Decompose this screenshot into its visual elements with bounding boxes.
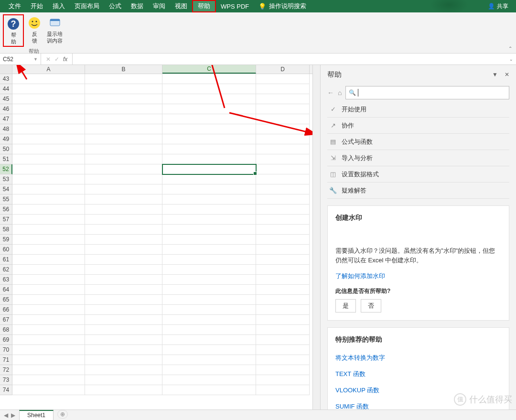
- row-header-67[interactable]: 67: [0, 315, 12, 325]
- cell-B62[interactable]: [85, 265, 162, 275]
- cell-B59[interactable]: [85, 235, 162, 245]
- row-header-61[interactable]: 61: [0, 255, 12, 265]
- cell-C61[interactable]: [162, 255, 256, 265]
- row-header-69[interactable]: 69: [0, 335, 12, 345]
- cell-C46[interactable]: [162, 104, 256, 114]
- cell-B66[interactable]: [85, 305, 162, 315]
- row-header-57[interactable]: 57: [0, 215, 12, 225]
- col-header-A[interactable]: A: [12, 65, 85, 74]
- cell-D55[interactable]: [256, 194, 310, 205]
- cell-A44[interactable]: [12, 84, 85, 94]
- cell-B48[interactable]: [85, 124, 162, 134]
- cell-A69[interactable]: [12, 335, 85, 345]
- cell-B70[interactable]: [85, 345, 162, 355]
- name-box[interactable]: C52 ▼: [0, 54, 41, 65]
- close-icon[interactable]: ✕: [505, 71, 509, 78]
- cell-B47[interactable]: [85, 114, 162, 124]
- cell-A62[interactable]: [12, 265, 85, 275]
- cell-D58[interactable]: [256, 225, 310, 235]
- cell-B52[interactable]: [85, 164, 162, 174]
- cell-C60[interactable]: [162, 245, 256, 255]
- row-header-73[interactable]: 73: [0, 375, 12, 385]
- row-header-58[interactable]: 58: [0, 225, 12, 235]
- accept-formula-icon[interactable]: ✓: [54, 56, 59, 63]
- cell-C74[interactable]: [162, 385, 256, 395]
- cell-C65[interactable]: [162, 295, 256, 305]
- cell-A50[interactable]: [12, 144, 85, 154]
- cell-C56[interactable]: [162, 205, 256, 215]
- help-topic-0[interactable]: ✓开始使用: [327, 101, 509, 118]
- cell-D63[interactable]: [256, 275, 310, 285]
- cell-A64[interactable]: [12, 285, 85, 295]
- row-header-52[interactable]: 52: [0, 164, 12, 174]
- cell-B68[interactable]: [85, 325, 162, 335]
- col-header-B[interactable]: B: [85, 65, 162, 74]
- cell-B65[interactable]: [85, 295, 162, 305]
- cell-D49[interactable]: [256, 134, 310, 144]
- cell-D61[interactable]: [256, 255, 310, 265]
- tab-data[interactable]: 数据: [126, 0, 148, 12]
- cell-C53[interactable]: [162, 174, 256, 184]
- row-header-74[interactable]: 74: [0, 385, 12, 395]
- learn-more-link[interactable]: 了解如何添加水印: [335, 272, 385, 280]
- row-header-72[interactable]: 72: [0, 365, 12, 375]
- cell-A56[interactable]: [12, 205, 85, 215]
- sheet-prev-icon[interactable]: ◀: [4, 412, 8, 419]
- cell-A52[interactable]: [12, 164, 85, 174]
- fx-icon[interactable]: fx: [63, 56, 67, 63]
- select-all-corner[interactable]: [0, 65, 12, 74]
- cell-D72[interactable]: [256, 365, 310, 375]
- row-header-54[interactable]: 54: [0, 184, 12, 194]
- cell-A65[interactable]: [12, 295, 85, 305]
- row-header-64[interactable]: 64: [0, 285, 12, 295]
- cell-D60[interactable]: [256, 245, 310, 255]
- cell-D70[interactable]: [256, 345, 310, 355]
- cell-B60[interactable]: [85, 245, 162, 255]
- cell-B49[interactable]: [85, 134, 162, 144]
- tab-view[interactable]: 视图: [170, 0, 192, 12]
- cell-A67[interactable]: [12, 315, 85, 325]
- new-sheet-button[interactable]: ⊕: [57, 410, 68, 419]
- cancel-formula-icon[interactable]: ✕: [46, 56, 51, 63]
- expand-formula-bar[interactable]: ⌄: [506, 54, 516, 65]
- cell-C43[interactable]: [162, 74, 256, 84]
- cell-B54[interactable]: [85, 184, 162, 194]
- help-topic-2[interactable]: ▤公式与函数: [327, 134, 509, 150]
- cell-C55[interactable]: [162, 194, 256, 205]
- tab-review[interactable]: 审阅: [148, 0, 170, 12]
- cell-B61[interactable]: [85, 255, 162, 265]
- tab-insert[interactable]: 插入: [48, 0, 70, 12]
- cell-C70[interactable]: [162, 345, 256, 355]
- recommended-link-3[interactable]: SUMIF 函数: [335, 398, 501, 409]
- cell-D71[interactable]: [256, 355, 310, 365]
- cell-A48[interactable]: [12, 124, 85, 134]
- cell-D62[interactable]: [256, 265, 310, 275]
- cell-A71[interactable]: [12, 355, 85, 365]
- row-header-51[interactable]: 51: [0, 154, 12, 164]
- cell-C69[interactable]: [162, 335, 256, 345]
- cell-A58[interactable]: [12, 225, 85, 235]
- cell-D69[interactable]: [256, 335, 310, 345]
- cell-D66[interactable]: [256, 305, 310, 315]
- cell-D65[interactable]: [256, 295, 310, 305]
- cell-D67[interactable]: [256, 315, 310, 325]
- col-header-C[interactable]: C: [162, 65, 256, 74]
- cell-A63[interactable]: [12, 275, 85, 285]
- cell-A55[interactable]: [12, 194, 85, 205]
- cell-D47[interactable]: [256, 114, 310, 124]
- feedback-no-button[interactable]: 否: [361, 299, 381, 312]
- cell-C47[interactable]: [162, 114, 256, 124]
- tab-home[interactable]: 开始: [26, 0, 48, 12]
- spreadsheet-grid[interactable]: ABCD434445464748495051525354555657585960…: [0, 65, 312, 395]
- cell-C72[interactable]: [162, 365, 256, 375]
- cell-A53[interactable]: [12, 174, 85, 184]
- cell-D50[interactable]: [256, 144, 310, 154]
- cell-A49[interactable]: [12, 134, 85, 144]
- cell-B55[interactable]: [85, 194, 162, 205]
- row-header-59[interactable]: 59: [0, 235, 12, 245]
- feedback-yes-button[interactable]: 是: [335, 299, 356, 312]
- task-pane-options-icon[interactable]: ▼: [492, 71, 498, 78]
- tab-page-layout[interactable]: 页面布局: [70, 0, 104, 12]
- home-icon[interactable]: ⌂: [338, 89, 342, 97]
- cell-C59[interactable]: [162, 235, 256, 245]
